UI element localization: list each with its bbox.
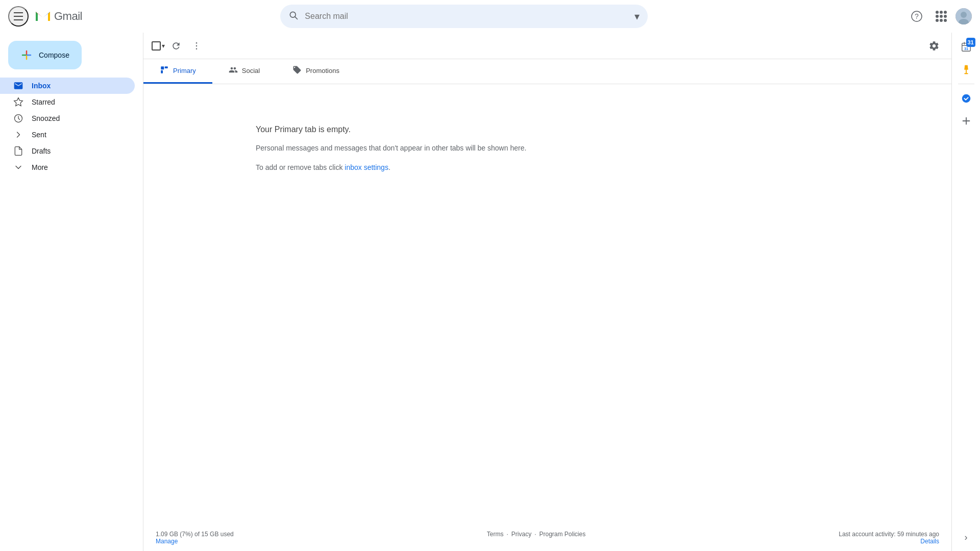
sidebar: Compose Inbox Starred Snoozed xyxy=(0,33,143,551)
svg-rect-18 xyxy=(161,70,163,73)
select-all-checkbox[interactable] xyxy=(152,41,161,51)
settings-icon xyxy=(928,40,940,52)
hamburger-button[interactable] xyxy=(8,6,29,27)
sidebar-item-more-label: More xyxy=(32,163,48,171)
footer-storage-text: 1.09 GB (7%) of 15 GB used xyxy=(156,531,234,538)
add-icon xyxy=(961,115,972,127)
tabs: Primary Social Promotions xyxy=(143,59,951,84)
tab-social-label: Social xyxy=(242,67,260,74)
tasks-icon xyxy=(961,93,972,104)
toolbar-left: ▾ xyxy=(152,37,923,55)
search-icon xyxy=(288,10,299,23)
sidebar-item-drafts-label: Drafts xyxy=(32,147,51,155)
sidebar-item-drafts[interactable]: Drafts xyxy=(0,143,135,159)
sidebar-item-more[interactable]: More xyxy=(0,159,135,176)
calendar-button[interactable]: 31 31 xyxy=(956,37,976,57)
footer-last-activity: Last account activity: 59 minutes ago xyxy=(839,531,939,538)
svg-rect-16 xyxy=(161,66,164,69)
toolbar-right xyxy=(925,37,943,55)
promotions-tab-icon xyxy=(292,65,302,77)
star-nav-icon xyxy=(13,97,23,107)
drafts-nav-icon xyxy=(13,146,23,156)
tab-primary-label: Primary xyxy=(173,67,196,74)
footer-terms-link[interactable]: Terms xyxy=(487,531,504,538)
main-layout: Compose Inbox Starred Snoozed xyxy=(0,33,980,551)
tab-social[interactable]: Social xyxy=(212,59,276,84)
footer-links: Terms · Privacy · Program Policies xyxy=(487,531,585,538)
header-right: ? xyxy=(906,6,972,27)
sidebar-item-inbox-label: Inbox xyxy=(32,82,51,90)
search-input[interactable] xyxy=(305,12,628,21)
search-bar: ▾ xyxy=(280,5,648,28)
social-tab-icon xyxy=(229,65,238,77)
select-checkbox-wrap: ▾ xyxy=(152,41,165,51)
search-dropdown-icon[interactable]: ▾ xyxy=(634,10,640,22)
footer-policies-link[interactable]: Program Policies xyxy=(539,531,585,538)
keep-icon xyxy=(961,64,972,75)
empty-title: Your Primary tab is empty. xyxy=(256,125,351,134)
tasks-button[interactable] xyxy=(956,88,976,109)
footer-dot1: · xyxy=(506,531,508,538)
svg-text:?: ? xyxy=(915,12,919,20)
more-options-icon xyxy=(191,41,202,51)
tab-primary[interactable]: Primary xyxy=(143,59,212,84)
rail-divider xyxy=(958,84,974,84)
toolbar: ▾ xyxy=(143,33,951,59)
footer: 1.09 GB (7%) of 15 GB used Manage Terms … xyxy=(143,524,951,551)
refresh-button[interactable] xyxy=(167,37,185,55)
sidebar-item-snoozed[interactable]: Snoozed xyxy=(0,110,135,127)
tab-promotions[interactable]: Promotions xyxy=(276,59,356,84)
right-rail: 31 31 › xyxy=(951,33,980,551)
primary-tab-icon xyxy=(160,65,169,77)
add-addon-button[interactable] xyxy=(956,111,976,131)
sidebar-item-starred-label: Starred xyxy=(32,98,55,106)
more-options-button[interactable] xyxy=(187,37,206,55)
sidebar-item-sent[interactable]: Sent xyxy=(0,127,135,143)
footer-storage: 1.09 GB (7%) of 15 GB used Manage xyxy=(156,531,234,545)
calendar-badge: 31 xyxy=(966,38,975,47)
svg-text:31: 31 xyxy=(964,46,968,51)
sidebar-item-inbox[interactable]: Inbox xyxy=(0,78,135,94)
empty-link-prefix: To add or remove tabs click xyxy=(256,163,345,171)
footer-details-link[interactable]: Details xyxy=(920,538,939,545)
avatar[interactable] xyxy=(955,8,972,24)
empty-description: Personal messages and messages that don'… xyxy=(256,142,526,154)
compose-label: Compose xyxy=(39,51,69,59)
svg-point-15 xyxy=(196,48,198,49)
search-container: ▾ xyxy=(280,5,648,28)
compose-button[interactable]: Compose xyxy=(8,41,82,69)
svg-point-14 xyxy=(196,45,198,46)
footer-dot2: · xyxy=(534,531,536,538)
gmail-m-icon xyxy=(34,7,52,26)
inbox-settings-link[interactable]: inbox settings xyxy=(345,163,388,171)
more-nav-icon xyxy=(13,162,23,172)
compose-icon xyxy=(20,49,33,61)
tab-promotions-label: Promotions xyxy=(306,67,339,74)
gmail-logo: Gmail xyxy=(34,7,82,26)
sidebar-item-sent-label: Sent xyxy=(32,131,46,139)
svg-rect-17 xyxy=(165,66,168,68)
footer-privacy-link[interactable]: Privacy xyxy=(511,531,531,538)
sidebar-item-snoozed-label: Snoozed xyxy=(32,114,60,122)
keep-button[interactable] xyxy=(956,59,976,80)
svg-point-13 xyxy=(196,42,198,43)
content-area: ▾ Primary xyxy=(143,33,951,551)
footer-manage-link[interactable]: Manage xyxy=(156,538,178,545)
clock-nav-icon xyxy=(13,113,23,123)
svg-point-6 xyxy=(961,12,967,18)
refresh-icon xyxy=(171,41,181,51)
gmail-title: Gmail xyxy=(54,10,82,23)
rail-expand-button[interactable]: › xyxy=(965,532,968,543)
svg-point-24 xyxy=(962,94,970,103)
send-nav-icon xyxy=(13,130,23,140)
settings-button[interactable] xyxy=(925,37,943,55)
apps-button[interactable] xyxy=(931,6,951,27)
header: Gmail ▾ ? xyxy=(0,0,980,33)
avatar-image xyxy=(955,8,972,24)
inbox-nav-icon xyxy=(13,81,23,91)
svg-line-2 xyxy=(295,16,298,19)
sidebar-item-starred[interactable]: Starred xyxy=(0,94,135,110)
help-button[interactable]: ? xyxy=(906,6,927,27)
select-dropdown-icon[interactable]: ▾ xyxy=(162,42,165,49)
apps-grid-icon xyxy=(936,11,947,22)
